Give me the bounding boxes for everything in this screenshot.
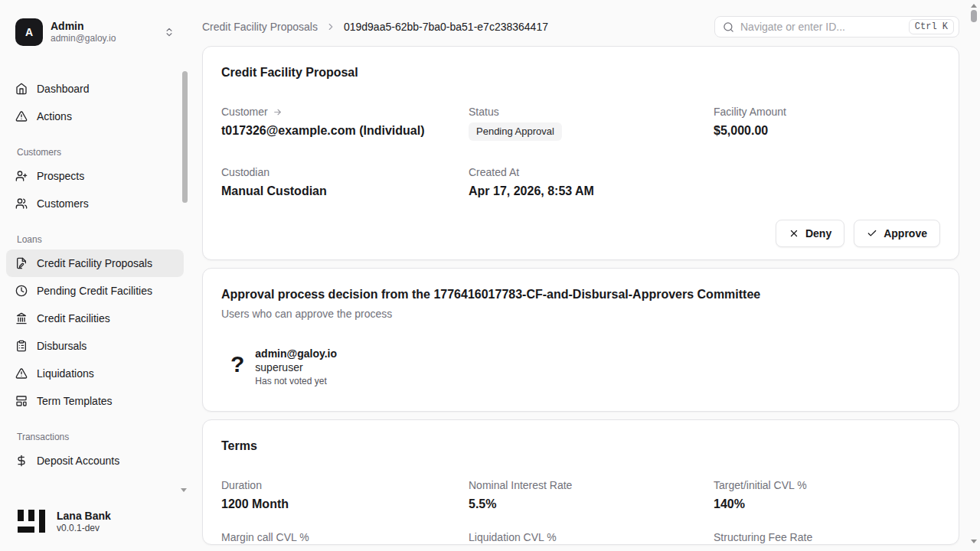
field-custodian-label: Custodian xyxy=(221,165,469,179)
sidebar-item-prospects[interactable]: Prospects xyxy=(6,162,184,190)
approver-vote-status: Has not voted yet xyxy=(255,375,337,387)
status-badge: Pending Approval xyxy=(469,122,562,141)
proposal-card: Credit Facility Proposal Customer t01732… xyxy=(202,46,959,260)
brand-version: v0.0.1-dev xyxy=(57,523,111,534)
chevrons-up-down-icon xyxy=(164,27,175,37)
arrow-right-icon xyxy=(273,107,283,117)
main-content: Credit Facility Proposals 019d9aa5-62bb-… xyxy=(190,0,980,551)
approval-card-subtitle: Users who can approve the process xyxy=(221,307,940,321)
proposal-fields: Customer t017326@example.com (Individual… xyxy=(221,105,940,199)
field-label-text: Customer xyxy=(221,105,268,119)
sidebar-item-label: Actions xyxy=(37,110,72,122)
question-mark-icon: ? xyxy=(230,353,244,376)
field-status: Status Pending Approval xyxy=(469,105,714,141)
main-scrollbar[interactable] xyxy=(968,0,980,551)
field-status-label: Status xyxy=(469,105,714,119)
field-status-value: Pending Approval xyxy=(469,122,714,141)
sidebar-item-liquidations[interactable]: Liquidations xyxy=(6,360,184,387)
sidebar-section-transactions: Transactions xyxy=(17,432,173,442)
search-shortcut-badge: Ctrl K xyxy=(909,19,954,34)
profile-name: Admin xyxy=(51,20,156,33)
sidebar: A Admin admin@galoy.io Dashboard Actions… xyxy=(0,0,190,551)
sidebar-item-credit-facility-proposals[interactable]: Credit Facility Proposals xyxy=(6,249,184,277)
field-customer-value[interactable]: t017326@example.com (Individual) xyxy=(221,123,469,139)
field-structuring-fee: Structuring Fee Rate xyxy=(714,530,940,544)
search-box[interactable]: Ctrl K xyxy=(714,16,959,37)
field-duration-value: 1200 Month xyxy=(221,497,469,512)
scrollbar-thumb[interactable] xyxy=(971,10,977,22)
approver-row: ? admin@galoy.io superuser Has not voted… xyxy=(221,347,940,387)
sidebar-item-disbursals[interactable]: Disbursals xyxy=(6,332,184,360)
sidebar-item-deposit-accounts[interactable]: Deposit Accounts xyxy=(6,447,184,474)
proposal-card-title: Credit Facility Proposal xyxy=(221,65,940,80)
field-customer: Customer t017326@example.com (Individual… xyxy=(221,105,469,141)
sidebar-item-label: Pending Credit Facilities xyxy=(37,285,152,297)
terms-card: Terms Duration 1200 Month Nominal Intere… xyxy=(202,419,959,545)
chevron-right-icon xyxy=(325,21,336,32)
breadcrumb: Credit Facility Proposals 019d9aa5-62bb-… xyxy=(202,21,548,33)
sidebar-item-dashboard[interactable]: Dashboard xyxy=(6,75,184,103)
approver-role: superuser xyxy=(255,360,337,375)
house-icon xyxy=(15,83,28,95)
field-target-cvl-label: Target/initial CVL % xyxy=(714,478,940,492)
scrollbar-up-arrow[interactable] xyxy=(971,4,977,8)
field-facility-amount-value: $5,000.00 xyxy=(714,123,940,139)
approval-card-title: Approval process decision from the 17764… xyxy=(221,287,940,302)
sidebar-item-label: Deposit Accounts xyxy=(37,455,119,467)
field-nominal-interest-rate-value: 5.5% xyxy=(469,497,714,512)
breadcrumb-parent[interactable]: Credit Facility Proposals xyxy=(202,21,318,33)
field-structuring-fee-label: Structuring Fee Rate xyxy=(714,530,940,544)
deny-button-label: Deny xyxy=(805,227,831,240)
search-icon xyxy=(723,21,734,33)
field-nominal-interest-rate: Nominal Interest Rate 5.5% xyxy=(469,478,714,512)
approve-button[interactable]: Approve xyxy=(854,220,940,247)
proposal-card-footer: Deny Approve xyxy=(203,207,959,259)
sidebar-section-loans: Loans xyxy=(17,234,173,245)
field-nominal-interest-rate-label: Nominal Interest Rate xyxy=(469,478,714,492)
scrollbar-down-arrow[interactable] xyxy=(971,540,977,543)
sidebar-scrollbar-thumb[interactable] xyxy=(182,71,188,203)
clock-icon xyxy=(15,285,28,297)
search-input[interactable] xyxy=(740,21,903,33)
x-icon xyxy=(789,228,799,239)
profile-menu[interactable]: A Admin admin@galoy.io xyxy=(9,15,181,49)
lana-bank-logo xyxy=(17,510,46,534)
field-margin-call-cvl: Margin call CVL % xyxy=(221,530,469,544)
sidebar-item-credit-facilities[interactable]: Credit Facilities xyxy=(6,305,184,332)
triangle-alert-icon xyxy=(15,110,28,122)
sidebar-item-actions[interactable]: Actions xyxy=(6,103,184,130)
sidebar-item-label: Customers xyxy=(37,197,89,210)
field-facility-amount: Facility Amount $5,000.00 xyxy=(714,105,940,141)
deny-button[interactable]: Deny xyxy=(776,220,844,247)
sidebar-item-label: Prospects xyxy=(37,170,84,182)
field-created-at: Created At Apr 17, 2026, 8:53 AM xyxy=(469,165,714,199)
sidebar-item-term-templates[interactable]: Term Templates xyxy=(6,387,184,415)
field-custodian: Custodian Manual Custodian xyxy=(221,165,469,199)
approver-details: admin@galoy.io superuser Has not voted y… xyxy=(255,347,337,387)
sidebar-item-label: Credit Facility Proposals xyxy=(37,257,152,269)
approver-email: admin@galoy.io xyxy=(255,347,337,360)
sidebar-nav: Dashboard Actions Customers Prospects Cu… xyxy=(0,75,190,474)
sidebar-item-pending-credit-facilities[interactable]: Pending Credit Facilities xyxy=(6,277,184,305)
sidebar-item-customers[interactable]: Customers xyxy=(6,190,184,217)
field-duration-label: Duration xyxy=(221,478,469,492)
brand-texts: Lana Bank v0.0.1-dev xyxy=(57,510,111,534)
avatar: A xyxy=(15,18,43,46)
dollar-icon xyxy=(15,455,28,467)
terms-card-title: Terms xyxy=(221,439,940,454)
topbar: Credit Facility Proposals 019d9aa5-62bb-… xyxy=(202,16,959,37)
sidebar-item-label: Dashboard xyxy=(37,83,90,95)
field-liquidation-cvl: Liquidation CVL % xyxy=(469,530,714,544)
profile-email: admin@galoy.io xyxy=(51,33,156,44)
field-margin-call-cvl-label: Margin call CVL % xyxy=(221,530,469,544)
file-pen-icon xyxy=(15,257,28,269)
user-plus-icon xyxy=(15,170,28,182)
sidebar-item-label: Credit Facilities xyxy=(37,312,110,324)
field-target-cvl-value: 140% xyxy=(714,497,940,512)
sidebar-item-label: Liquidations xyxy=(37,367,94,380)
approve-button-label: Approve xyxy=(884,227,927,240)
terms-fields: Duration 1200 Month Nominal Interest Rat… xyxy=(221,478,940,544)
sidebar-scrollbar-down-arrow[interactable] xyxy=(181,488,187,492)
sidebar-footer: Lana Bank v0.0.1-dev xyxy=(0,499,190,551)
bank-icon xyxy=(15,312,28,324)
